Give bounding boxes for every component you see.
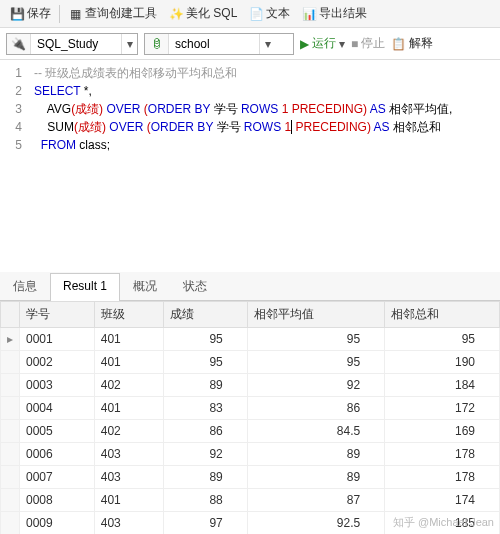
kw: AS bbox=[370, 102, 386, 116]
cell[interactable]: 95 bbox=[164, 351, 247, 374]
main-toolbar: 💾保存 ▦查询创建工具 ✨美化 SQL 📄文本 📊导出结果 bbox=[0, 0, 500, 28]
kw: ORDER BY bbox=[151, 120, 213, 134]
cell[interactable]: 401 bbox=[94, 351, 164, 374]
cell[interactable]: 401 bbox=[94, 328, 164, 351]
cell[interactable]: 402 bbox=[94, 374, 164, 397]
row-marker-col bbox=[1, 302, 20, 328]
cell[interactable]: 403 bbox=[94, 466, 164, 489]
kw: AS bbox=[374, 120, 390, 134]
cell[interactable]: 92.5 bbox=[247, 512, 384, 535]
col-header[interactable]: 学号 bbox=[20, 302, 95, 328]
save-button[interactable]: 💾保存 bbox=[6, 3, 55, 24]
cell[interactable]: 178 bbox=[385, 443, 500, 466]
cell[interactable]: 87 bbox=[247, 489, 384, 512]
tab-result[interactable]: Result 1 bbox=[50, 273, 120, 301]
cell[interactable]: 86 bbox=[247, 397, 384, 420]
table-row[interactable]: ▸0001401959595 bbox=[1, 328, 500, 351]
cell[interactable]: 172 bbox=[385, 397, 500, 420]
code-area[interactable]: -- 班级总成绩表的相邻移动平均和总和 SELECT *, AVG(成绩) OV… bbox=[28, 60, 500, 160]
tok: class; bbox=[76, 138, 110, 152]
cell[interactable]: 0003 bbox=[20, 374, 95, 397]
tok: PRECEDING) bbox=[292, 120, 373, 134]
dropdown-icon[interactable]: ▾ bbox=[339, 37, 345, 51]
cell[interactable]: 0008 bbox=[20, 489, 95, 512]
cell[interactable]: 402 bbox=[94, 420, 164, 443]
text-button[interactable]: 📄文本 bbox=[245, 3, 294, 24]
table-row[interactable]: 00054028684.5169 bbox=[1, 420, 500, 443]
tab-info[interactable]: 信息 bbox=[0, 272, 50, 300]
cell[interactable]: 174 bbox=[385, 489, 500, 512]
row-marker bbox=[1, 351, 20, 374]
save-label: 保存 bbox=[27, 5, 51, 22]
cell[interactable]: 95 bbox=[247, 328, 384, 351]
cell[interactable]: 88 bbox=[164, 489, 247, 512]
cell[interactable]: 0001 bbox=[20, 328, 95, 351]
cell[interactable]: 0004 bbox=[20, 397, 95, 420]
cell[interactable]: 92 bbox=[247, 374, 384, 397]
cell[interactable]: 0005 bbox=[20, 420, 95, 443]
explain-button[interactable]: 📋解释 bbox=[391, 35, 433, 52]
cell[interactable]: 178 bbox=[385, 466, 500, 489]
col-header[interactable]: 班级 bbox=[94, 302, 164, 328]
cell[interactable]: 0002 bbox=[20, 351, 95, 374]
col-header[interactable]: 成绩 bbox=[164, 302, 247, 328]
connection-combo[interactable]: 🔌 SQL_Study ▾ bbox=[6, 33, 138, 55]
cell[interactable]: 83 bbox=[164, 397, 247, 420]
chevron-down-icon[interactable]: ▾ bbox=[121, 34, 137, 54]
table-row[interactable]: 00034028992184 bbox=[1, 374, 500, 397]
beautify-label: 美化 SQL bbox=[186, 5, 237, 22]
explain-label: 解释 bbox=[409, 35, 433, 52]
connection-toolbar: 🔌 SQL_Study ▾ 🛢 school ▾ ▶运行▾ ■停止 📋解释 bbox=[0, 28, 500, 60]
stop-label: 停止 bbox=[361, 35, 385, 52]
cell[interactable]: 0007 bbox=[20, 466, 95, 489]
cell[interactable]: 89 bbox=[247, 443, 384, 466]
cell[interactable]: 95 bbox=[385, 328, 500, 351]
table-row[interactable]: 00024019595190 bbox=[1, 351, 500, 374]
cell[interactable]: 92 bbox=[164, 443, 247, 466]
kw: ORDER BY bbox=[148, 102, 210, 116]
cell[interactable]: 86 bbox=[164, 420, 247, 443]
tab-status[interactable]: 状态 bbox=[170, 272, 220, 300]
row-marker bbox=[1, 374, 20, 397]
col-header[interactable]: 相邻总和 bbox=[385, 302, 500, 328]
cell[interactable]: 403 bbox=[94, 443, 164, 466]
database-combo[interactable]: 🛢 school ▾ bbox=[144, 33, 294, 55]
cell[interactable]: 0006 bbox=[20, 443, 95, 466]
cell[interactable]: 184 bbox=[385, 374, 500, 397]
cell[interactable]: 89 bbox=[164, 374, 247, 397]
connection-value: SQL_Study bbox=[31, 37, 121, 51]
tok: SUM bbox=[34, 120, 74, 134]
tab-profile[interactable]: 概况 bbox=[120, 272, 170, 300]
cell[interactable]: 95 bbox=[247, 351, 384, 374]
result-grid[interactable]: 学号 班级 成绩 相邻平均值 相邻总和 ▸0001401959595000240… bbox=[0, 301, 500, 534]
table-row[interactable]: 00074038989178 bbox=[1, 466, 500, 489]
kw: SELECT bbox=[34, 84, 80, 98]
run-button[interactable]: ▶运行▾ bbox=[300, 35, 345, 52]
cell[interactable]: 89 bbox=[247, 466, 384, 489]
cell[interactable]: 401 bbox=[94, 489, 164, 512]
sql-editor[interactable]: 1 2 3 4 5 -- 班级总成绩表的相邻移动平均和总和 SELECT *, … bbox=[0, 60, 500, 160]
table-row[interactable]: 00084018887174 bbox=[1, 489, 500, 512]
beautify-button[interactable]: ✨美化 SQL bbox=[165, 3, 241, 24]
cell[interactable]: 169 bbox=[385, 420, 500, 443]
cell[interactable]: 403 bbox=[94, 512, 164, 535]
table-row[interactable]: 00064039289178 bbox=[1, 443, 500, 466]
chevron-down-icon[interactable]: ▾ bbox=[259, 34, 275, 54]
cell[interactable]: 89 bbox=[164, 466, 247, 489]
line-num: 1 bbox=[0, 64, 22, 82]
query-builder-button[interactable]: ▦查询创建工具 bbox=[64, 3, 161, 24]
row-marker bbox=[1, 489, 20, 512]
export-button[interactable]: 📊导出结果 bbox=[298, 3, 371, 24]
comment: -- 班级总成绩表的相邻移动平均和总和 bbox=[34, 66, 237, 80]
col-header[interactable]: 相邻平均值 bbox=[247, 302, 384, 328]
explain-icon: 📋 bbox=[391, 37, 406, 51]
cell[interactable]: 84.5 bbox=[247, 420, 384, 443]
cell[interactable]: 97 bbox=[164, 512, 247, 535]
cell[interactable]: 95 bbox=[164, 328, 247, 351]
cell[interactable]: 190 bbox=[385, 351, 500, 374]
stop-button: ■停止 bbox=[351, 35, 385, 52]
table-row[interactable]: 00044018386172 bbox=[1, 397, 500, 420]
row-marker bbox=[1, 466, 20, 489]
cell[interactable]: 0009 bbox=[20, 512, 95, 535]
cell[interactable]: 401 bbox=[94, 397, 164, 420]
